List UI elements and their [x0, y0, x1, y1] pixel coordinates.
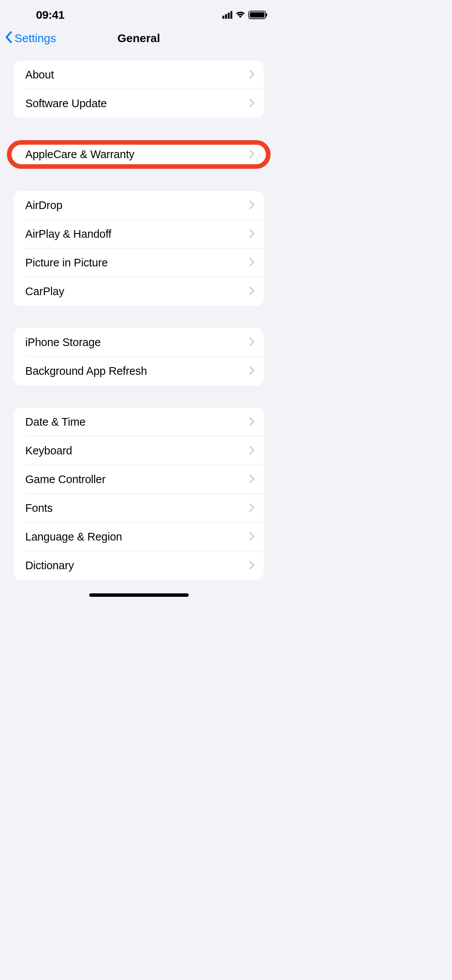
- chevron-right-icon: [249, 201, 255, 211]
- chevron-right-icon: [249, 446, 255, 456]
- settings-general-screen: 09:41 Settings General: [0, 0, 277, 601]
- row-about[interactable]: About: [14, 60, 264, 89]
- chevron-right-icon: [249, 338, 255, 348]
- row-label: Picture in Picture: [25, 256, 108, 269]
- nav-bar: Settings General: [0, 23, 277, 54]
- chevron-right-icon: [249, 229, 255, 239]
- row-picture-in-picture[interactable]: Picture in Picture: [14, 248, 264, 277]
- row-label: AppleCare & Warranty: [25, 148, 134, 161]
- row-language-region[interactable]: Language & Region: [14, 523, 264, 551]
- highlighted-group-wrapper: AppleCare & Warranty: [7, 140, 271, 169]
- row-iphone-storage[interactable]: iPhone Storage: [14, 328, 264, 357]
- back-button[interactable]: Settings: [5, 31, 56, 46]
- chevron-right-icon: [249, 561, 255, 571]
- row-game-controller[interactable]: Game Controller: [14, 465, 264, 494]
- status-icons: [222, 10, 266, 20]
- row-date-time[interactable]: Date & Time: [14, 408, 264, 436]
- settings-group-misc: Date & Time Keyboard Game Controller Fon…: [14, 408, 264, 580]
- chevron-right-icon: [249, 150, 255, 160]
- status-bar: 09:41: [0, 0, 277, 23]
- row-label: Game Controller: [25, 473, 106, 486]
- settings-group-applecare: AppleCare & Warranty: [14, 140, 264, 169]
- row-keyboard[interactable]: Keyboard: [14, 436, 264, 465]
- chevron-right-icon: [249, 99, 255, 109]
- row-fonts[interactable]: Fonts: [14, 494, 264, 523]
- row-airplay-handoff[interactable]: AirPlay & Handoff: [14, 220, 264, 248]
- row-label: Keyboard: [25, 444, 72, 457]
- row-carplay[interactable]: CarPlay: [14, 277, 264, 306]
- chevron-right-icon: [249, 475, 255, 485]
- back-label: Settings: [15, 32, 56, 45]
- row-applecare-warranty[interactable]: AppleCare & Warranty: [14, 140, 264, 169]
- settings-group-storage: iPhone Storage Background App Refresh: [14, 328, 264, 385]
- row-label: Software Update: [25, 97, 107, 110]
- chevron-left-icon: [5, 31, 13, 46]
- row-airdrop[interactable]: AirDrop: [14, 191, 264, 220]
- chevron-right-icon: [249, 417, 255, 427]
- row-dictionary[interactable]: Dictionary: [14, 551, 264, 580]
- row-label: Language & Region: [25, 531, 122, 543]
- chevron-right-icon: [249, 532, 255, 542]
- page-title: General: [117, 32, 160, 45]
- row-label: Date & Time: [25, 416, 85, 428]
- content: About Software Update AppleCare & Warran…: [0, 60, 277, 580]
- cellular-signal-icon: [222, 11, 232, 19]
- row-background-app-refresh[interactable]: Background App Refresh: [14, 357, 264, 385]
- row-label: Dictionary: [25, 559, 74, 572]
- chevron-right-icon: [249, 258, 255, 268]
- settings-group-system: About Software Update: [14, 60, 264, 118]
- chevron-right-icon: [249, 287, 255, 297]
- settings-group-connectivity: AirDrop AirPlay & Handoff Picture in Pic…: [14, 191, 264, 306]
- row-label: AirPlay & Handoff: [25, 228, 111, 240]
- row-label: About: [25, 69, 54, 81]
- battery-icon: [248, 11, 266, 19]
- wifi-icon: [235, 10, 245, 20]
- row-label: iPhone Storage: [25, 336, 101, 349]
- home-indicator[interactable]: [89, 593, 189, 597]
- row-label: Fonts: [25, 502, 53, 514]
- chevron-right-icon: [249, 503, 255, 513]
- row-label: CarPlay: [25, 285, 64, 298]
- chevron-right-icon: [249, 366, 255, 376]
- row-label: Background App Refresh: [25, 365, 147, 377]
- status-time: 09:41: [36, 8, 64, 21]
- row-software-update[interactable]: Software Update: [14, 89, 264, 118]
- row-label: AirDrop: [25, 199, 62, 212]
- chevron-right-icon: [249, 70, 255, 80]
